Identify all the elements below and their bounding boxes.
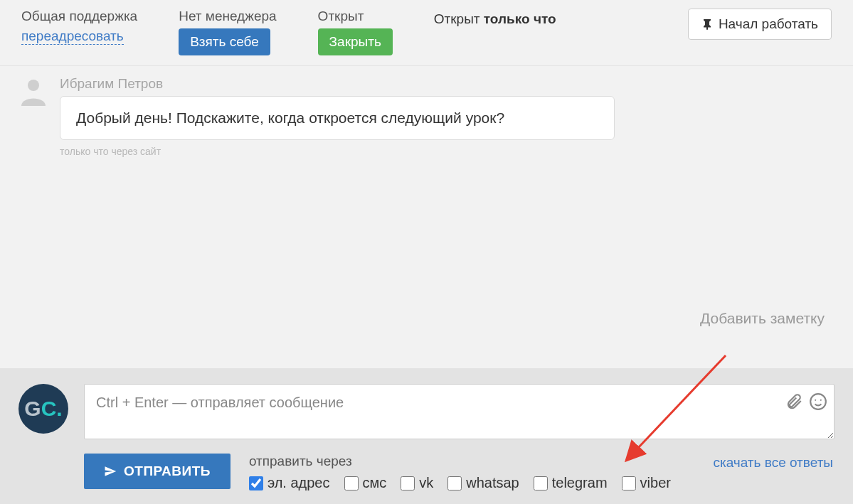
conversation: Ибрагим Петров Добрый день! Подскажите, … [0, 66, 853, 157]
attachment-icon[interactable] [785, 392, 803, 411]
sender-name[interactable]: Ибрагим Петров [60, 76, 615, 92]
channel-viber-label: viber [640, 475, 671, 491]
take-ticket-button[interactable]: Взять себе [179, 28, 270, 55]
message-bubble: Добрый день! Подскажите, когда откроется… [60, 96, 615, 140]
agent-avatar: GC. [18, 384, 68, 434]
avatar [18, 76, 48, 106]
channel-whatsapp-label: whatsap [466, 475, 519, 491]
channel-vk[interactable]: vk [401, 475, 433, 491]
compose-row: GC. [18, 384, 835, 442]
close-ticket-button[interactable]: Закрыть [318, 28, 393, 55]
channel-telegram[interactable]: telegram [534, 475, 608, 491]
open-col: Открыт Закрыть [318, 9, 393, 55]
channel-vk-checkbox[interactable] [401, 476, 415, 490]
svg-point-0 [28, 80, 39, 91]
message-meta: только что через сайт [60, 146, 615, 157]
channel-sms[interactable]: смс [344, 475, 387, 491]
message-row: Ибрагим Петров Добрый день! Подскажите, … [18, 76, 835, 157]
channel-email-label: эл. адрес [267, 475, 330, 491]
channel-telegram-checkbox[interactable] [534, 476, 548, 490]
status-bold: только что [484, 11, 556, 26]
avatar-g: G [24, 397, 41, 421]
channel-whatsapp[interactable]: whatsap [447, 475, 519, 491]
send-via: отправить через эл. адрес смс vk whatsap [249, 454, 671, 491]
manager-col: Нет менеджера Взять себе [179, 9, 276, 55]
download-all-answers-link[interactable]: скачать все ответы [713, 455, 833, 471]
svg-point-3 [820, 400, 822, 401]
channel-telegram-label: telegram [552, 475, 608, 491]
add-note-link[interactable]: Добавить заметку [700, 310, 825, 327]
topbar-right: Начал работать [688, 9, 832, 40]
topbar: Общая поддержка переадресовать Нет менед… [0, 0, 853, 66]
send-button[interactable]: ОТПРАВИТЬ [84, 454, 231, 489]
person-icon [18, 76, 48, 106]
compose-area: GC. ОТПРАВИТЬ о [0, 368, 853, 504]
message-body: Ибрагим Петров Добрый день! Подскажите, … [60, 76, 615, 157]
paper-plane-icon [104, 465, 117, 478]
start-work-button[interactable]: Начал работать [688, 9, 832, 40]
pin-icon [701, 18, 713, 30]
status-prefix: Открыт [434, 11, 484, 26]
channel-viber[interactable]: viber [622, 475, 671, 491]
channel-email[interactable]: эл. адрес [249, 475, 330, 491]
emoji-icon[interactable] [809, 392, 827, 411]
channel-viber-checkbox[interactable] [622, 476, 636, 490]
message-input[interactable] [84, 384, 835, 439]
compose-toolbar [785, 392, 827, 411]
channels: эл. адрес смс vk whatsap telegram [249, 475, 671, 491]
support-label: Общая поддержка [21, 9, 137, 24]
forward-link[interactable]: переадресовать [21, 28, 124, 45]
channel-sms-label: смс [363, 475, 387, 491]
svg-point-2 [815, 400, 816, 401]
channel-email-checkbox[interactable] [249, 476, 263, 490]
svg-point-1 [810, 394, 826, 409]
manager-label: Нет менеджера [179, 9, 276, 24]
avatar-c: C [41, 397, 57, 421]
send-button-label: ОТПРАВИТЬ [124, 463, 211, 479]
channel-sms-checkbox[interactable] [344, 476, 359, 490]
avatar-dot: . [56, 397, 62, 421]
channel-whatsapp-checkbox[interactable] [447, 476, 462, 490]
send-via-label: отправить через [249, 454, 671, 469]
textarea-wrap [84, 384, 835, 442]
open-label: Открыт [318, 9, 393, 24]
start-work-label: Начал работать [719, 16, 818, 32]
support-col: Общая поддержка переадресовать [21, 9, 137, 45]
channel-vk-label: vk [419, 475, 433, 491]
status-text: Открыт только что [434, 9, 556, 27]
